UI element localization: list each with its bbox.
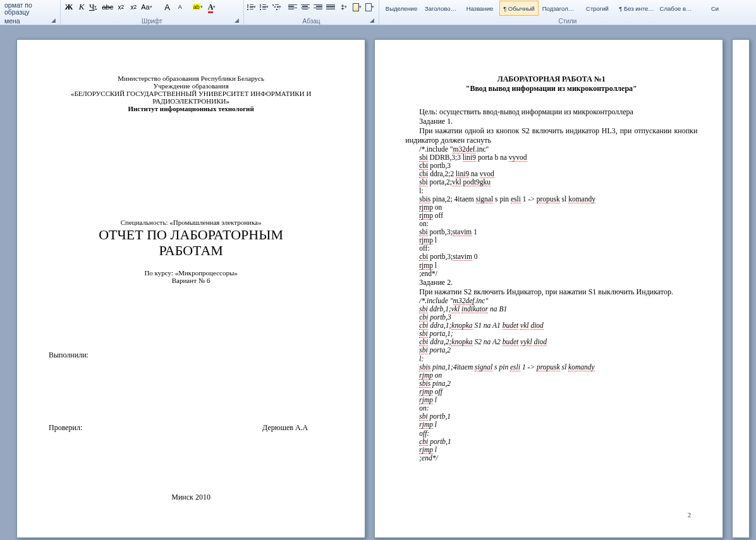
bold-button[interactable]: Ж [63, 1, 75, 13]
line-spacing-button[interactable]: ‡▾ [339, 1, 351, 13]
style-item-4[interactable]: Подзагол… [539, 1, 578, 16]
undo-label: мена [3, 16, 58, 25]
p1-course: По курсу: «Микропроцессоры» [49, 269, 333, 277]
p1-ministry: Министерство образования Республики Бела… [49, 75, 333, 82]
borders-button[interactable]: ▾ [365, 1, 376, 13]
p2-task1-text: При нажатии одной из кнопок S2 включить … [405, 126, 697, 145]
superscript-button[interactable]: x2 [128, 1, 139, 13]
subscript-button[interactable]: x2 [115, 1, 126, 13]
page-number: 2 [688, 511, 692, 519]
strikethrough-button[interactable]: abc [101, 1, 114, 13]
align-justify-button[interactable] [325, 1, 336, 13]
p1-executed: Выполнили: [49, 351, 333, 360]
grow-font-button[interactable]: A [162, 1, 173, 13]
p2-code2: /*.include "m32def.inc"sbi ddrb,1;vkl in… [419, 297, 697, 462]
p2-code1: /*.include "m32def.inc"sbi DDRB,3;3 lini… [419, 145, 697, 278]
p1-variant: Вариант № 6 [49, 277, 333, 284]
style-item-3[interactable]: ¶ Обычный [499, 1, 539, 16]
align-right-button[interactable] [312, 1, 324, 13]
page-3 [732, 39, 750, 538]
p1-title1: ОТЧЕТ ПО ЛАБОРАТОРНЫМ [49, 227, 333, 242]
font-group: Ж К Ч▾ abc x2 x2 Aa▾ A A ab▾ A▾ Шрифт ◢ [61, 0, 244, 25]
style-item-2[interactable]: Название [460, 1, 499, 16]
font-group-label: Шрифт [61, 18, 243, 25]
styles-group-label: Стили [379, 18, 756, 25]
ribbon: ормат по образцу мена ◢ Ж К Ч▾ abc x2 x2… [0, 0, 756, 25]
align-left-button[interactable] [287, 1, 298, 13]
page-2: ЛАБОРАТОРНАЯ РАБОТА №1 "Ввод вывод инфор… [374, 39, 723, 538]
p2-subheading: "Ввод вывод информации из микроконтролле… [405, 84, 697, 93]
font-dialog-launcher[interactable]: ◢ [235, 17, 242, 25]
style-item-6[interactable]: ¶ Без инте… [617, 1, 656, 16]
italic-button[interactable]: К [76, 1, 87, 13]
clipboard-dialog-launcher[interactable]: ◢ [51, 17, 59, 25]
p1-institute: Институт информационных технологий [49, 105, 333, 112]
shading-button[interactable]: ▾ [352, 1, 363, 13]
p1-specialty: Специальность: «Промышленная электроника… [49, 219, 333, 226]
p1-institution: Учреждение образования [49, 82, 333, 90]
p1-university2: РАДИОЭЛЕКТРОНИКИ» [49, 97, 333, 105]
p1-checked-name: Дерюшев А.А [262, 423, 308, 433]
p2-task1-label: Задание 1. [405, 117, 697, 126]
paragraph-group: ▾ ▾ ▾ ‡▾ ▾ ▾ Абзац ◢ [244, 0, 379, 25]
p1-title2: РАБОТАМ [49, 243, 333, 258]
style-item-5[interactable]: Строгий [578, 1, 617, 16]
p1-university1: «БЕЛОРУССКИЙ ГОСУДАРСТВЕННЫЙ УНИВЕРСИТЕТ… [49, 90, 333, 97]
highlight-button[interactable]: ab▾ [192, 1, 206, 13]
paragraph-dialog-launcher[interactable]: ◢ [370, 17, 377, 25]
multilevel-list-button[interactable]: ▾ [272, 1, 283, 13]
p2-goal: Цель: осуществить ввод-вывод информации … [405, 107, 697, 117]
bullets-button[interactable]: ▾ [247, 1, 258, 13]
align-center-button[interactable] [300, 1, 311, 13]
p2-task2-label: Задание 2. [405, 278, 697, 287]
p2-heading: ЛАБОРАТОРНАЯ РАБОТА №1 [405, 75, 697, 84]
style-item-7[interactable]: Слабое в… [656, 1, 695, 16]
numbering-button[interactable]: ▾ [259, 1, 271, 13]
format-painter-button[interactable]: ормат по образцу [3, 1, 58, 16]
styles-group: ВыделениеЗаголово…Название¶ ОбычныйПодза… [379, 0, 756, 25]
p1-checked-label: Проверил: [49, 423, 82, 433]
p2-task2-text: При нажатии S2 включить Индикатор, при н… [405, 287, 697, 297]
p1-city-year: Минск 2010 [49, 493, 333, 502]
underline-button[interactable]: Ч▾ [88, 1, 100, 13]
paragraph-group-label: Абзац [244, 18, 379, 25]
clipboard-group: ормат по образцу мена ◢ [0, 0, 61, 25]
font-color-button[interactable]: A▾ [207, 1, 219, 13]
page-1: Министерство образования Республики Бела… [16, 39, 365, 538]
style-item-1[interactable]: Заголово… [421, 1, 460, 16]
style-item-8[interactable]: Си [695, 1, 735, 16]
change-case-button[interactable]: Aa▾ [140, 1, 155, 13]
style-item-0[interactable]: Выделение [382, 1, 421, 16]
shrink-font-button[interactable]: A [174, 1, 186, 13]
document-area[interactable]: Министерство образования Республики Бела… [0, 25, 756, 540]
